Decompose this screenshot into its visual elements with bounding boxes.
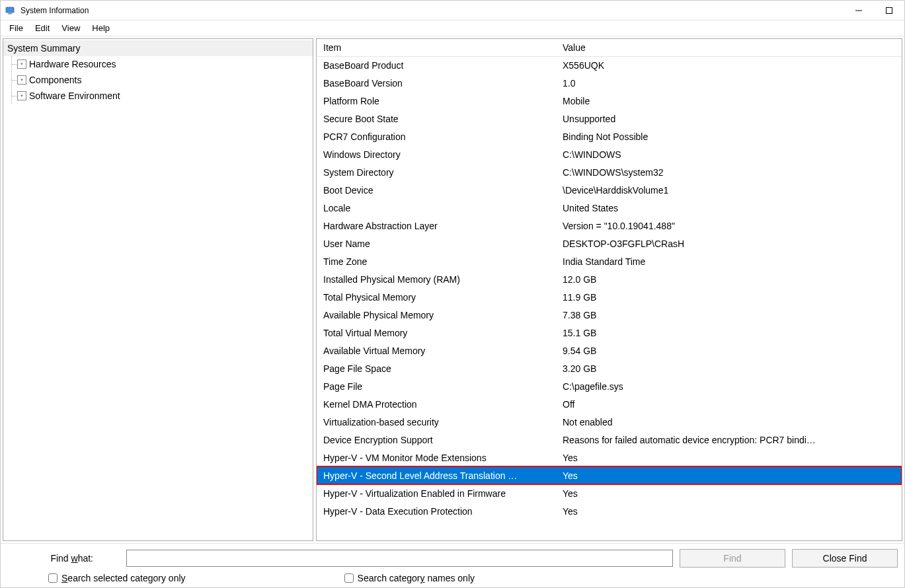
cell-value: Reasons for failed automatic device encr… [556, 431, 902, 449]
menubar: File Edit View Help [1, 20, 904, 36]
cell-value: Yes [556, 484, 902, 502]
cell-value: 9.54 GB [556, 342, 902, 359]
search-category-names-checkbox[interactable]: Search category names only [344, 573, 475, 583]
table-row[interactable]: Hardware Abstraction LayerVersion = "10.… [317, 217, 902, 235]
cell-value: X556UQK [556, 56, 902, 74]
tree-pane[interactable]: System Summary + Hardware Resources + Co… [3, 38, 313, 541]
menu-view[interactable]: View [56, 21, 86, 35]
expand-icon[interactable]: + [17, 75, 26, 85]
cell-item: PCR7 Configuration [317, 128, 556, 145]
table-row[interactable]: Platform RoleMobile [317, 92, 902, 110]
find-what-input[interactable] [126, 550, 673, 567]
cell-value: C:\WINDOWS [556, 145, 902, 163]
cell-item: Available Physical Memory [317, 306, 556, 324]
cell-item: Available Virtual Memory [317, 342, 556, 359]
table-row[interactable]: Hyper-V - VM Monitor Mode ExtensionsYes [317, 449, 902, 466]
maximize-button[interactable] [874, 1, 904, 20]
menu-edit[interactable]: Edit [29, 21, 56, 35]
cell-value: 15.1 GB [556, 324, 902, 342]
svg-rect-0 [6, 7, 14, 13]
cell-item: Secure Boot State [317, 110, 556, 128]
cell-value: 7.38 GB [556, 306, 902, 324]
search-selected-checkbox[interactable]: Search selected category only [48, 573, 186, 583]
table-row[interactable]: Kernel DMA ProtectionOff [317, 395, 902, 413]
cell-item: Installed Physical Memory (RAM) [317, 270, 556, 288]
table-row[interactable]: Windows DirectoryC:\WINDOWS [317, 145, 902, 163]
column-header-item[interactable]: Item [317, 39, 556, 56]
cell-value: Mobile [556, 92, 902, 110]
table-row[interactable]: Time ZoneIndia Standard Time [317, 252, 902, 270]
cell-item: Page File Space [317, 359, 556, 377]
table-row[interactable]: Boot Device\Device\HarddiskVolume1 [317, 181, 902, 199]
detail-pane[interactable]: Item Value BaseBoard ProductX556UQKBaseB… [316, 38, 902, 541]
find-what-label: Find what: [7, 553, 120, 564]
svg-rect-1 [8, 13, 12, 15]
table-row[interactable]: Total Physical Memory11.9 GB [317, 288, 902, 306]
cell-value: 11.9 GB [556, 288, 902, 306]
cell-item: System Directory [317, 163, 556, 181]
cell-item: Hyper-V - Virtualization Enabled in Firm… [317, 484, 556, 502]
find-bar: Find what: Find Close Find Search select… [1, 543, 904, 587]
table-row[interactable]: Virtualization-based securityNot enabled [317, 413, 902, 431]
table-row[interactable]: BaseBoard Version1.0 [317, 74, 902, 92]
cell-item: Hardware Abstraction Layer [317, 217, 556, 235]
table-row[interactable]: Page FileC:\pagefile.sys [317, 377, 902, 395]
window-title: System Information [20, 6, 89, 15]
cell-item: BaseBoard Product [317, 56, 556, 74]
cell-item: Platform Role [317, 92, 556, 110]
tree-root-label: System Summary [7, 43, 80, 54]
cell-item: User Name [317, 235, 556, 252]
minimize-button[interactable] [844, 1, 874, 20]
table-row[interactable]: Page File Space3.20 GB [317, 359, 902, 377]
cell-value: 3.20 GB [556, 359, 902, 377]
cell-item: Page File [317, 377, 556, 395]
cell-value: DESKTOP-O3FGFLP\CRasH [556, 235, 902, 252]
cell-value: 1.0 [556, 74, 902, 92]
expand-icon[interactable]: + [17, 59, 26, 69]
table-row[interactable]: BaseBoard ProductX556UQK [317, 56, 902, 74]
cell-item: Kernel DMA Protection [317, 395, 556, 413]
table-row[interactable]: Installed Physical Memory (RAM)12.0 GB [317, 270, 902, 288]
find-button[interactable]: Find [680, 549, 785, 568]
table-row[interactable]: Hyper-V - Data Execution ProtectionYes [317, 502, 902, 520]
tree-item-software-environment[interactable]: + Software Environment [12, 88, 313, 104]
app-icon [5, 5, 15, 16]
table-row[interactable]: LocaleUnited States [317, 199, 902, 217]
table-row[interactable]: Hyper-V - Second Level Address Translati… [317, 466, 902, 484]
tree-item-label: Software Environment [29, 91, 120, 101]
table-row[interactable]: User NameDESKTOP-O3FGFLP\CRasH [317, 235, 902, 252]
cell-item: Hyper-V - VM Monitor Mode Extensions [317, 449, 556, 466]
cell-value: \Device\HarddiskVolume1 [556, 181, 902, 199]
column-header-value[interactable]: Value [556, 39, 902, 56]
cell-item: Locale [317, 199, 556, 217]
table-row[interactable]: PCR7 ConfigurationBinding Not Possible [317, 128, 902, 145]
tree-item-label: Hardware Resources [29, 59, 116, 69]
tree-item-components[interactable]: + Components [12, 72, 313, 88]
cell-value: C:\WINDOWS\system32 [556, 163, 902, 181]
menu-help[interactable]: Help [86, 21, 116, 35]
detail-table: Item Value BaseBoard ProductX556UQKBaseB… [317, 39, 902, 520]
expand-icon[interactable]: + [17, 91, 26, 100]
table-row[interactable]: Total Virtual Memory15.1 GB [317, 324, 902, 342]
content-area: System Summary + Hardware Resources + Co… [1, 36, 904, 543]
table-row[interactable]: Secure Boot StateUnsupported [317, 110, 902, 128]
cell-value: Yes [556, 466, 902, 484]
table-row[interactable]: Available Virtual Memory9.54 GB [317, 342, 902, 359]
cell-item: Time Zone [317, 252, 556, 270]
table-row[interactable]: Device Encryption SupportReasons for fai… [317, 431, 902, 449]
window-controls [844, 1, 904, 20]
cell-value: Unsupported [556, 110, 902, 128]
close-find-button[interactable]: Close Find [792, 549, 898, 568]
svg-rect-3 [886, 7, 892, 13]
table-row[interactable]: Hyper-V - Virtualization Enabled in Firm… [317, 484, 902, 502]
table-row[interactable]: System DirectoryC:\WINDOWS\system32 [317, 163, 902, 181]
cell-item: Boot Device [317, 181, 556, 199]
cell-item: Total Virtual Memory [317, 324, 556, 342]
cell-value: Yes [556, 502, 902, 520]
cell-item: Virtualization-based security [317, 413, 556, 431]
tree-root-item[interactable]: System Summary [3, 40, 313, 56]
menu-file[interactable]: File [3, 21, 29, 35]
table-row[interactable]: Available Physical Memory7.38 GB [317, 306, 902, 324]
tree-item-hardware-resources[interactable]: + Hardware Resources [12, 56, 313, 72]
cell-item: Hyper-V - Data Execution Protection [317, 502, 556, 520]
